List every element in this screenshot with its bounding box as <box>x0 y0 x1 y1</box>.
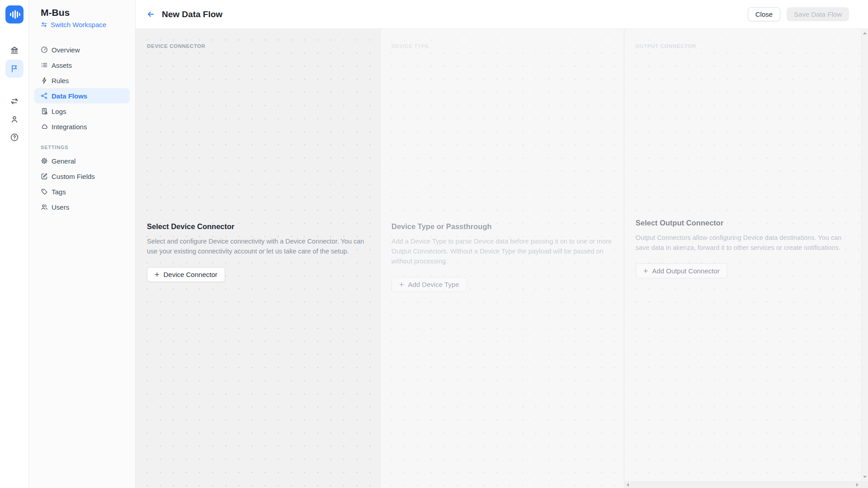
lane-label: DEVICE TYPE <box>392 43 429 49</box>
sidebar-item-assets[interactable]: Assets <box>34 57 130 73</box>
sidebar-item-users[interactable]: Users <box>34 199 130 215</box>
back-button[interactable] <box>144 8 157 21</box>
help-button[interactable] <box>5 128 24 146</box>
add-device-connector-button[interactable]: + Device Connector <box>147 267 225 282</box>
sidebar-item-general[interactable]: General <box>34 153 130 169</box>
scroll-up-arrow-icon[interactable] <box>863 32 867 34</box>
users-icon <box>41 203 48 211</box>
device-type-lane: DEVICE TYPE Device Type or Passthrough A… <box>380 29 624 488</box>
switch-workspace-label: Switch Workspace <box>51 21 106 28</box>
plus-icon: + <box>643 267 648 275</box>
data-flow-canvas: DEVICE CONNECTOR Select Device Connector… <box>136 29 868 488</box>
sidebar: M-Bus Switch Workspace Overview Assets R… <box>29 0 136 488</box>
sidebar-item-label: Assets <box>52 61 72 69</box>
lane-label: DEVICE CONNECTOR <box>147 43 206 49</box>
device-connector-empty-state: Select Device Connector Select and confi… <box>147 222 373 282</box>
share-nodes-icon <box>41 92 48 99</box>
sidebar-item-label: Integrations <box>52 123 87 131</box>
question-circle-icon <box>10 133 19 142</box>
log-document-icon <box>41 108 48 115</box>
sidebar-item-custom-fields[interactable]: Custom Fields <box>34 169 130 184</box>
edit-square-icon <box>41 173 48 180</box>
tag-icon <box>41 188 48 195</box>
list-icon <box>41 61 48 69</box>
scrollbar-corner <box>861 481 868 488</box>
sidebar-item-label: Users <box>52 203 69 211</box>
button-label: Device Connector <box>164 271 217 278</box>
output-connector-lane: OUTPUT CONNECTOR Select Output Connector… <box>624 29 868 488</box>
sidebar-item-logs[interactable]: Logs <box>34 103 130 119</box>
repeat-icon <box>10 97 19 106</box>
arrow-left-icon <box>146 10 155 19</box>
icon-rail <box>0 0 29 488</box>
device-type-empty-state: Device Type or Passthrough Add a Device … <box>392 222 618 292</box>
button-label: Add Output Connector <box>652 267 720 275</box>
output-connector-empty-state: Select Output Connector Output Connector… <box>636 219 847 278</box>
switch-arrows-icon <box>41 22 47 28</box>
sidebar-item-overview[interactable]: Overview <box>34 42 130 57</box>
lane-label: OUTPUT CONNECTOR <box>636 43 696 49</box>
workspace-button[interactable] <box>5 60 24 78</box>
sidebar-item-label: Custom Fields <box>52 173 95 180</box>
button-label: Add Device Type <box>408 281 459 288</box>
lane-heading: Select Device Connector <box>147 222 373 231</box>
lane-description: Output Connectors allow configuring Devi… <box>636 233 847 253</box>
vertical-scrollbar[interactable] <box>861 29 868 481</box>
save-data-flow-button: Save Data Flow <box>787 7 849 21</box>
add-output-connector-button: + Add Output Connector <box>636 263 727 278</box>
sidebar-item-tags[interactable]: Tags <box>34 184 130 199</box>
sidebar-item-data-flows[interactable]: Data Flows <box>34 88 130 103</box>
workspace-name: M-Bus <box>41 7 70 18</box>
page-header: New Data Flow Close Save Data Flow <box>136 0 868 29</box>
scroll-right-arrow-icon[interactable] <box>856 483 859 487</box>
page-title: New Data Flow <box>162 9 222 19</box>
sidebar-item-label: Data Flows <box>52 92 87 100</box>
scroll-left-arrow-icon[interactable] <box>627 483 629 487</box>
person-icon <box>10 115 19 124</box>
sidebar-item-label: Overview <box>52 46 80 54</box>
plus-icon: + <box>399 281 404 289</box>
sidebar-item-label: Tags <box>52 188 66 196</box>
waveform-icon <box>9 9 20 20</box>
lane-description: Select and configure Device connectivity… <box>147 236 373 256</box>
switch-workspace-link[interactable]: Switch Workspace <box>41 21 106 28</box>
sidebar-item-rules[interactable]: Rules <box>34 73 130 88</box>
horizontal-scrollbar[interactable] <box>624 481 861 488</box>
sidebar-item-integrations[interactable]: Integrations <box>34 119 130 134</box>
settings-section-label: SETTINGS <box>41 145 68 150</box>
flag-icon <box>10 64 19 73</box>
device-connector-lane: DEVICE CONNECTOR Select Device Connector… <box>136 29 380 488</box>
scroll-down-arrow-icon[interactable] <box>863 476 867 478</box>
bank-icon <box>10 46 19 55</box>
bolt-icon <box>41 77 48 84</box>
gear-icon <box>41 157 48 164</box>
close-button[interactable]: Close <box>748 7 780 21</box>
lane-description: Add a Device Type to parse Device data b… <box>392 236 618 266</box>
sidebar-item-label: General <box>52 157 75 165</box>
plus-icon: + <box>155 271 160 279</box>
akenza-logo[interactable] <box>5 5 24 23</box>
lane-heading: Device Type or Passthrough <box>392 222 618 231</box>
add-device-type-button: + Add Device Type <box>392 277 467 292</box>
sidebar-item-label: Rules <box>52 77 69 84</box>
cloud-icon <box>41 123 48 130</box>
sidebar-item-label: Logs <box>52 108 66 115</box>
account-button[interactable] <box>5 110 24 128</box>
organization-button[interactable] <box>5 41 24 59</box>
lane-heading: Select Output Connector <box>636 219 847 227</box>
converter-button[interactable] <box>5 92 24 110</box>
gauge-icon <box>41 46 48 53</box>
